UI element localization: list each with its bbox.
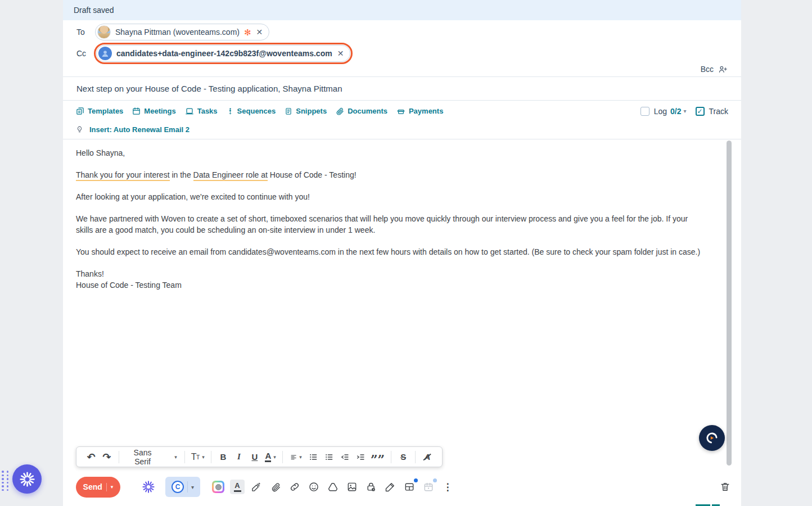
documents-button[interactable]: Documents [336, 107, 387, 115]
italic-button[interactable]: I [233, 449, 245, 465]
redo-button[interactable]: ↷ [101, 449, 113, 465]
log-count: 0/2 [670, 107, 681, 116]
track-checkbox[interactable]: ✓ [696, 107, 705, 116]
strikethrough-button[interactable]: S [397, 449, 409, 465]
send-label: Send [83, 482, 102, 491]
ai-writing-button[interactable] [249, 480, 264, 494]
to-recipient-text: Shayna Pittman (woventeams.com) [115, 28, 240, 37]
chevron-down-icon: ▾ [191, 484, 194, 490]
send-row: Send ▾ C ▾ A [76, 476, 731, 498]
snippets-button[interactable]: Snippets [285, 107, 327, 116]
text-style-button[interactable]: A [230, 480, 245, 494]
body-paragraph: After looking at your application, we're… [76, 191, 701, 202]
to-row: To Shayna Pittman (woventeams.com) ✻ ✕ [76, 24, 269, 40]
cc-recipient-text: candidates+data-engineer-142c9b823f@wove… [116, 49, 332, 58]
draft-status-bar: Draft saved [63, 0, 741, 20]
insert-icons-group: A [211, 480, 455, 494]
compose-panel: Draft saved To Shayna Pittman (woventeam… [63, 0, 741, 506]
more-icon: ⋮ [443, 481, 453, 493]
schedule-send-button[interactable] [421, 480, 436, 494]
more-options-button[interactable]: ⋮ [440, 480, 455, 494]
subject-text: Next step on your House of Code - Testin… [76, 84, 342, 93]
calendar-app-button[interactable]: C ▾ [165, 477, 200, 497]
ordered-list-icon [309, 453, 318, 462]
log-dropdown-caret-icon[interactable]: ▾ [683, 108, 686, 114]
tasks-button[interactable]: Tasks [185, 107, 218, 115]
templates-button[interactable]: Templates [76, 107, 123, 115]
session-replay-floating-button[interactable] [699, 425, 725, 451]
chevron-down-icon: ▾ [273, 454, 276, 460]
clear-formatting-button[interactable]: A [421, 449, 434, 465]
log-label: Log [654, 107, 667, 116]
grammar-underline: Data Engineer role at [193, 170, 268, 181]
bcc-label: Bcc [701, 65, 714, 74]
outdent-button[interactable] [339, 449, 351, 465]
remove-cc-recipient-icon[interactable]: ✕ [337, 49, 345, 57]
discard-draft-button[interactable] [720, 481, 730, 494]
insert-emoji-button[interactable] [306, 480, 321, 494]
table-icon [404, 481, 415, 493]
insert-image-button[interactable] [345, 480, 359, 494]
to-recipient-chip[interactable]: Shayna Pittman (woventeams.com) ✻ ✕ [95, 24, 269, 40]
check-icon: ✓ [697, 108, 702, 115]
divider [415, 451, 416, 463]
emoji-icon [308, 481, 319, 493]
indent-icon [356, 453, 365, 462]
undo-button[interactable]: ↶ [85, 449, 97, 465]
body-paragraph: Thank you for your interest in the Data … [76, 169, 701, 180]
confidential-mode-button[interactable] [364, 480, 378, 494]
attach-file-button[interactable] [268, 480, 283, 494]
calendar-icon [423, 481, 434, 493]
meetings-icon [132, 107, 141, 115]
record-video-button[interactable] [211, 480, 225, 494]
widget-drag-handle[interactable] [2, 471, 8, 491]
divider [391, 451, 391, 463]
extension-floating-button[interactable] [12, 464, 42, 494]
burst-icon [20, 472, 35, 487]
insert-suggestion[interactable]: Insert: Auto Renewal Email 2 [76, 121, 190, 138]
align-left-icon [290, 453, 297, 462]
formatting-toolbar: ↶ ↷ Sans Serif ▾ TT ▾ B I U A ▾ ▾ [76, 446, 443, 467]
extension-burst-button[interactable] [142, 481, 155, 493]
attachment-icon [336, 107, 344, 115]
sequences-button[interactable]: Sequences [227, 107, 276, 116]
send-button[interactable]: Send ▾ [76, 477, 120, 498]
track-label: Track [709, 107, 728, 116]
bold-button[interactable]: B [217, 449, 229, 465]
grammar-underline: Thank you for your interest [76, 170, 170, 181]
font-family-select[interactable]: Sans Serif ▾ [125, 449, 179, 465]
meetings-button[interactable]: Meetings [132, 107, 175, 115]
indent-button[interactable] [354, 449, 367, 465]
body-scrollbar[interactable] [727, 141, 732, 466]
font-family-value: Sans Serif [127, 448, 159, 466]
layout-table-button[interactable] [402, 480, 417, 494]
templates-icon [76, 107, 84, 115]
ordered-list-button[interactable] [307, 449, 319, 465]
payments-button[interactable]: Payments [396, 107, 443, 115]
align-button[interactable]: ▾ [288, 449, 304, 465]
signature-pen-button[interactable] [383, 480, 398, 494]
outdent-icon [340, 453, 349, 462]
send-options-caret-icon[interactable]: ▾ [111, 484, 114, 490]
to-label: To [76, 28, 89, 37]
subject-field[interactable]: Next step on your House of Code - Testin… [63, 77, 741, 100]
underline-button[interactable]: U [249, 449, 261, 465]
bullet-list-icon [324, 453, 333, 462]
bcc-button[interactable]: Bcc [701, 62, 728, 76]
insert-from-drive-button[interactable] [326, 480, 340, 494]
blockquote-button[interactable]: ”” [370, 449, 385, 465]
insert-actions-bar: Templates Meetings Tasks Sequences Snipp… [63, 101, 741, 121]
drive-icon [327, 481, 339, 493]
insert-link-button[interactable] [287, 480, 302, 494]
divider [187, 481, 188, 493]
cc-recipient-chip[interactable]: candidates+data-engineer-142c9b823f@wove… [96, 45, 350, 62]
remove-to-recipient-icon[interactable]: ✕ [256, 28, 264, 36]
lock-clock-icon [366, 481, 377, 493]
log-checkbox[interactable] [640, 107, 649, 116]
email-body-editor[interactable]: Hello Shayna, Thank you for your interes… [63, 139, 741, 468]
font-size-button[interactable]: TT ▾ [191, 449, 205, 465]
cc-label: Cc [76, 49, 89, 58]
chevron-down-icon: ▾ [299, 454, 302, 460]
bullet-list-button[interactable] [323, 449, 335, 465]
text-color-button[interactable]: A ▾ [264, 449, 277, 465]
